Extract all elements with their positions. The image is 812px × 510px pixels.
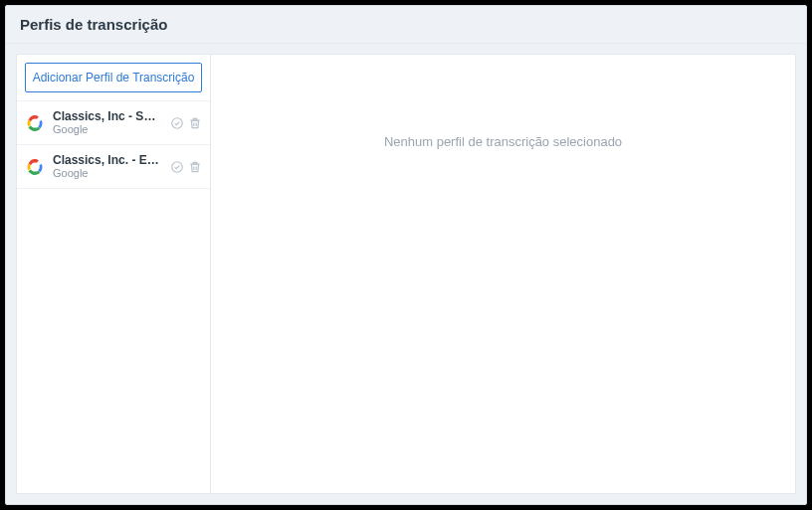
- list-item[interactable]: Classics, Inc - Spa... Google: [17, 100, 210, 145]
- list-item[interactable]: Classics, Inc. - Eng... Google: [17, 145, 210, 189]
- google-cloud-icon: [25, 157, 45, 177]
- profile-detail-area: Nenhum perfil de transcrição selecionado: [211, 54, 796, 494]
- svg-point-1: [172, 162, 183, 173]
- trash-icon[interactable]: [188, 160, 202, 174]
- list-item-actions: [170, 160, 202, 174]
- panel-body: Adicionar Perfil de Transcrição: [6, 44, 806, 504]
- empty-state-message: Nenhum perfil de transcrição selecionado: [384, 134, 622, 149]
- check-circle-icon[interactable]: [170, 160, 184, 174]
- list-item-title: Classics, Inc - Spa...: [53, 109, 162, 123]
- profiles-list: Classics, Inc - Spa... Google: [17, 100, 210, 493]
- list-item-text: Classics, Inc. - Eng... Google: [53, 153, 162, 180]
- panel-header: Perfis de transcrição: [6, 6, 806, 44]
- list-item-subtitle: Google: [53, 167, 162, 180]
- svg-point-0: [172, 117, 183, 128]
- list-item-actions: [170, 116, 202, 130]
- check-circle-icon[interactable]: [170, 116, 184, 130]
- transcription-profiles-panel: Perfis de transcrição Adicionar Perfil d…: [5, 5, 807, 505]
- list-item-subtitle: Google: [53, 123, 162, 136]
- add-profile-button[interactable]: Adicionar Perfil de Transcrição: [25, 63, 202, 92]
- trash-icon[interactable]: [188, 116, 202, 130]
- profiles-sidebar: Adicionar Perfil de Transcrição: [16, 54, 211, 494]
- list-item-text: Classics, Inc - Spa... Google: [53, 109, 162, 136]
- list-item-title: Classics, Inc. - Eng...: [53, 153, 162, 167]
- google-cloud-icon: [25, 113, 45, 133]
- page-title: Perfis de transcrição: [20, 16, 792, 33]
